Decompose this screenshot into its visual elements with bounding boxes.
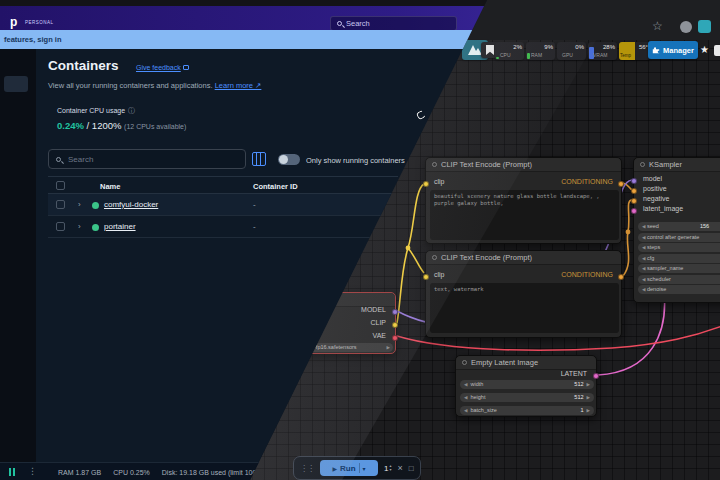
port-vae-out[interactable] xyxy=(392,335,398,341)
widget-sampler-name[interactable]: ◀ sampler_name xyxy=(638,264,720,273)
manager-button[interactable]: Manager xyxy=(648,41,698,59)
widget-control-after-generate[interactable]: ◀ control after generate xyxy=(638,233,720,242)
port-clip-out[interactable] xyxy=(392,322,398,328)
engine-status-icon[interactable] xyxy=(9,468,15,476)
widget-width[interactable]: ◀ width 512 ▶ xyxy=(460,380,594,389)
collapse-dot-icon[interactable] xyxy=(462,360,467,365)
left-arrow-icon[interactable]: ◀ xyxy=(464,393,467,402)
widget-denoise[interactable]: ◀ denoise xyxy=(638,285,720,294)
run-options-caret-icon[interactable]: ▾ xyxy=(363,465,366,472)
bookmark-star-icon[interactable]: ☆ xyxy=(652,19,663,33)
select-all-checkbox[interactable] xyxy=(56,181,65,190)
row-checkbox[interactable] xyxy=(56,222,65,231)
port-negative-in[interactable] xyxy=(631,198,637,204)
right-arrow-icon[interactable]: ▶ xyxy=(587,393,590,402)
widget-height[interactable]: ◀ height 512 ▶ xyxy=(460,393,594,402)
collapse-dot-icon[interactable] xyxy=(640,162,645,167)
table-row[interactable]: › portainer - xyxy=(48,216,398,238)
port-conditioning-out[interactable] xyxy=(618,181,624,187)
row-checkbox[interactable] xyxy=(56,200,65,209)
node-title[interactable]: CLIP Text Encode (Prompt) xyxy=(426,158,621,172)
left-arrow-icon[interactable]: ◀ xyxy=(642,277,645,282)
cpu-usage-value: 0.24% / 1200% (12 CPUs available) xyxy=(57,120,186,131)
port-model-out[interactable] xyxy=(392,309,398,315)
col-container-id[interactable]: Container ID xyxy=(253,182,298,191)
port-clip-in[interactable] xyxy=(423,274,429,280)
port-model-label: MODEL xyxy=(361,306,386,313)
node-empty-latent-image[interactable]: Empty Latent Image LATENT ◀ width 512 ▶ … xyxy=(455,355,597,417)
cpu-usage-label: Container CPU usageⓘ xyxy=(57,106,135,116)
running-status-dot xyxy=(92,224,99,231)
stat-vram: VRAM28% xyxy=(588,42,617,60)
widget-cfg[interactable]: ◀ cfg xyxy=(638,254,720,263)
widget-batch-size[interactable]: ◀ batch_size 1 ▶ xyxy=(460,406,594,415)
learn-more-link[interactable]: Learn more ↗ xyxy=(215,81,262,90)
container-name-link[interactable]: portainer xyxy=(104,222,136,231)
extension-icon[interactable] xyxy=(698,20,711,33)
table-row[interactable]: › comfyui-docker - xyxy=(48,194,398,216)
run-button[interactable]: ▶ Run ▾ xyxy=(320,460,378,476)
more-options-icon[interactable]: ⋮ xyxy=(28,466,37,476)
widget-scheduler[interactable]: ◀ scheduler xyxy=(638,275,720,284)
collapse-dot-icon[interactable] xyxy=(432,255,437,260)
left-arrow-icon[interactable]: ◀ xyxy=(464,380,467,389)
node-clip-text-encode-2[interactable]: CLIP Text Encode (Prompt) clip CONDITION… xyxy=(425,250,622,338)
profile-avatar[interactable] xyxy=(680,21,692,33)
right-arrow-icon[interactable]: ▶ xyxy=(587,380,590,389)
global-search-box[interactable]: Search xyxy=(330,16,457,31)
left-arrow-icon[interactable]: ◀ xyxy=(642,224,645,229)
node-title[interactable]: KSampler xyxy=(634,158,720,172)
info-icon[interactable]: ⓘ xyxy=(128,106,135,116)
cpu-usage: CPU 0.25% xyxy=(113,469,150,476)
puzzle-icon xyxy=(652,46,660,54)
node-clip-text-encode-1[interactable]: CLIP Text Encode (Prompt) clip CONDITION… xyxy=(425,157,622,244)
left-arrow-icon[interactable]: ◀ xyxy=(642,266,645,271)
clear-queue-icon[interactable]: × xyxy=(397,463,402,473)
node-title[interactable]: Empty Latent Image xyxy=(456,356,596,370)
drag-handle[interactable]: ⋮⋮ xyxy=(300,464,314,473)
step-down-icon[interactable]: ▾ xyxy=(389,468,391,472)
running-only-toggle[interactable] xyxy=(278,154,300,165)
left-arrow-icon[interactable]: ◀ xyxy=(642,256,645,261)
widget-seed[interactable]: ◀ seed 156 xyxy=(638,222,720,231)
container-search-input[interactable] xyxy=(48,149,246,169)
left-arrow-icon[interactable]: ◀ xyxy=(642,245,645,250)
cpu-meter xyxy=(496,57,499,59)
port-conditioning-out[interactable] xyxy=(618,274,624,280)
docker-sidebar xyxy=(0,49,36,462)
node-ksampler[interactable]: KSampler model positive negative latent_… xyxy=(633,157,720,303)
port-conditioning-label: CONDITIONING xyxy=(561,271,613,278)
left-arrow-icon[interactable]: ◀ xyxy=(642,235,645,240)
columns-icon[interactable] xyxy=(252,152,266,166)
port-positive-in[interactable] xyxy=(631,188,637,194)
left-arrow-icon[interactable]: ◀ xyxy=(464,406,467,415)
ram-usage: RAM 1.87 GB xyxy=(58,469,101,476)
container-name-link[interactable]: comfyui-docker xyxy=(104,200,158,209)
give-feedback-link[interactable]: Give feedback xyxy=(136,64,189,71)
port-clip-in[interactable] xyxy=(423,181,429,187)
search-icon xyxy=(56,157,61,162)
queue-count-stepper[interactable]: 1 ▴▾ xyxy=(384,464,391,473)
port-negative-label: negative xyxy=(643,195,669,202)
stop-icon[interactable]: □ xyxy=(409,464,414,473)
right-arrow-icon[interactable]: ▶ xyxy=(387,343,390,352)
favorites-star-icon[interactable]: ★ xyxy=(700,44,709,55)
port-latent-out[interactable] xyxy=(593,373,599,379)
port-clip-label: clip xyxy=(434,271,445,278)
col-name[interactable]: Name xyxy=(100,182,120,191)
collapse-dot-icon[interactable] xyxy=(432,162,437,167)
prompt-textarea[interactable]: text, watermark xyxy=(430,283,619,333)
node-title[interactable]: CLIP Text Encode (Prompt) xyxy=(426,251,621,265)
plan-badge: PERSONAL xyxy=(25,20,54,25)
sidebar-item-containers[interactable] xyxy=(4,76,28,92)
expand-chevron-icon[interactable]: › xyxy=(78,200,81,209)
right-arrow-icon[interactable]: ▶ xyxy=(587,406,590,415)
stat-gpu: GPU0% xyxy=(557,42,586,60)
prompt-textarea[interactable]: beautiful scenery nature glass bottle la… xyxy=(430,190,619,240)
expand-chevron-icon[interactable]: › xyxy=(78,222,81,231)
port-model-in[interactable] xyxy=(631,178,637,184)
widget-steps[interactable]: ◀ steps xyxy=(638,243,720,252)
port-latent-in[interactable] xyxy=(631,208,637,214)
partial-toolbar-icon[interactable] xyxy=(714,45,720,56)
left-arrow-icon[interactable]: ◀ xyxy=(642,287,645,292)
